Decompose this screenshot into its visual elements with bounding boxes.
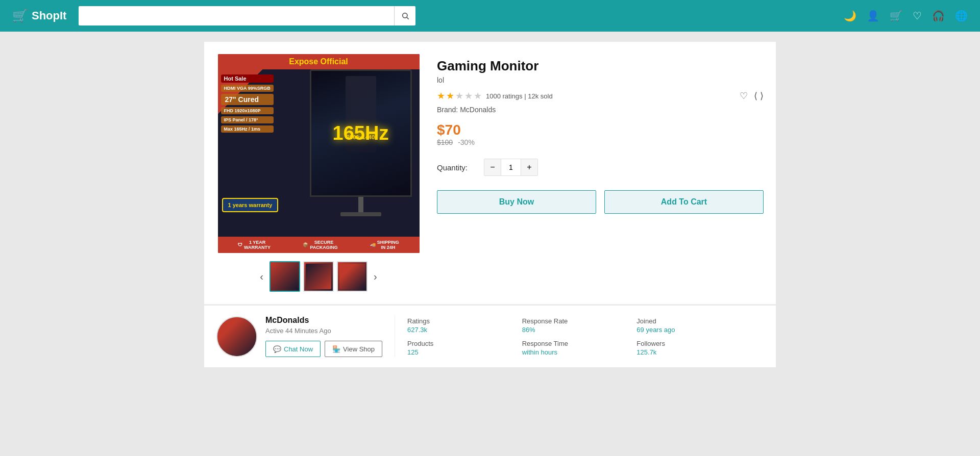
- quantity-controls: − +: [484, 159, 538, 176]
- action-buttons: Buy Now Add To Cart: [437, 190, 764, 214]
- search-input[interactable]: [79, 6, 394, 26]
- wishlist-button[interactable]: ♡: [740, 90, 748, 102]
- stat-joined-label: Joined: [636, 317, 751, 325]
- logo-text: ShopIt: [32, 9, 66, 22]
- thumbnail-row: ‹ ›: [257, 261, 380, 292]
- seller-active-status: Active 44 Minutes Ago: [265, 327, 382, 335]
- quantity-increase-button[interactable]: +: [521, 159, 537, 175]
- cart-logo-icon: 🛒: [12, 9, 28, 23]
- section-divider: [204, 304, 776, 305]
- seller-profile: McDonalds Active 44 Minutes Ago 💬 Chat N…: [216, 316, 395, 357]
- view-shop-button[interactable]: 🏪 View Shop: [325, 341, 382, 357]
- star-2: ★: [446, 90, 454, 102]
- seller-stats: Ratings 627.3k Response Rate 86% Joined …: [395, 316, 764, 357]
- share-button[interactable]: ⟨ ⟩: [754, 90, 764, 102]
- product-title: Gaming Monitor: [437, 58, 764, 74]
- quantity-label: Quantity:: [437, 163, 478, 172]
- thumbnail-2[interactable]: [303, 261, 334, 292]
- image-bottom-strip: 🛡1 YEARWARRANTY 📦SECUREPACKAGING 🚚SHIPPI…: [218, 237, 420, 253]
- spec-badge-5: Max 165Hz / 1ms: [221, 125, 274, 133]
- monitor-res-text: 2560x1440: [333, 134, 389, 140]
- stat-joined: Joined 69 years ago: [636, 317, 751, 334]
- main-product-image: Expose Official Hot Sale HDMI VGA 99%SRG…: [218, 54, 420, 253]
- spec-badge-4: IPS Panel / 178°: [221, 116, 274, 123]
- stat-products: Products 125: [407, 340, 522, 356]
- product-image-banner: Expose Official: [218, 54, 420, 69]
- rating-row: ★ ★ ★ ★ ★ 1000 ratings | 12k sold ♡ ⟨ ⟩: [437, 90, 764, 102]
- product-image-section: Expose Official Hot Sale HDMI VGA 99%SRG…: [216, 54, 421, 292]
- stat-products-value: 125: [407, 348, 522, 356]
- seller-actions: 💬 Chat Now 🏪 View Shop: [265, 341, 382, 357]
- warranty-badge: 1 years warranty: [222, 198, 279, 212]
- moon-icon[interactable]: 🌙: [844, 10, 856, 22]
- product-card: Expose Official Hot Sale HDMI VGA 99%SRG…: [204, 42, 776, 304]
- shop-icon: 🏪: [332, 345, 340, 353]
- spec-badge-3: FHD 1920x1080P: [221, 107, 274, 114]
- cart-icon[interactable]: 🛒: [890, 10, 902, 22]
- thumbnail-3[interactable]: [337, 261, 368, 292]
- brand-text: Brand: McDonalds: [437, 106, 764, 114]
- globe-icon[interactable]: 🌐: [955, 10, 968, 22]
- seller-name: McDonalds: [265, 316, 382, 325]
- stat-response-rate: Response Rate 86%: [522, 317, 637, 334]
- seller-avatar-image: [217, 317, 256, 356]
- star-5: ★: [474, 90, 482, 102]
- strip-packaging: 📦SECUREPACKAGING: [303, 240, 337, 250]
- rating-actions: ♡ ⟨ ⟩: [740, 90, 764, 102]
- stat-response-time: Response Time within hours: [522, 340, 637, 356]
- quantity-decrease-button[interactable]: −: [484, 159, 501, 175]
- search-wrapper: [79, 6, 415, 26]
- stat-response-rate-value: 86%: [522, 326, 637, 334]
- header: 🛒 ShopIt 🌙 👤 🛒 ♡ 🎧 🌐: [0, 0, 980, 32]
- spec-badge-2: 27" Cured: [221, 94, 274, 105]
- strip-shipping: 🚚SHIPPINGIN 24H: [370, 240, 399, 250]
- star-3: ★: [455, 90, 463, 102]
- stat-ratings-value: 627.3k: [407, 326, 522, 334]
- headphones-icon[interactable]: 🎧: [932, 10, 945, 22]
- svg-line-1: [407, 17, 409, 19]
- quantity-input[interactable]: [501, 159, 521, 175]
- thumb-prev-button[interactable]: ‹: [257, 269, 266, 285]
- add-to-cart-button[interactable]: Add To Cart: [604, 190, 764, 214]
- stat-products-label: Products: [407, 340, 522, 347]
- seller-card: McDonalds Active 44 Minutes Ago 💬 Chat N…: [204, 306, 776, 367]
- buy-now-button[interactable]: Buy Now: [437, 190, 596, 214]
- ratings-count: 1000 ratings | 12k sold: [486, 92, 553, 100]
- product-info-section: Gaming Monitor lol ★ ★ ★ ★ ★ 1000 rating…: [437, 54, 764, 292]
- search-button[interactable]: [394, 6, 415, 26]
- star-1: ★: [437, 90, 445, 102]
- thumbnail-1[interactable]: [270, 261, 300, 292]
- product-subtitle: lol: [437, 76, 764, 84]
- monitor-base: [340, 212, 381, 216]
- spec-badge-1: HDMI VGA 99%SRGB: [221, 85, 274, 92]
- monitor-stand: [358, 197, 363, 212]
- thumb-next-button[interactable]: ›: [371, 269, 380, 285]
- hot-sale-badge: Hot Sale: [221, 74, 274, 83]
- strip-warranty: 🛡1 YEARWARRANTY: [238, 240, 271, 250]
- price-current: $70: [437, 122, 764, 138]
- seller-info: McDonalds Active 44 Minutes Ago 💬 Chat N…: [265, 316, 382, 357]
- stat-followers: Followers 125.7k: [636, 340, 751, 356]
- main-container: Expose Official Hot Sale HDMI VGA 99%SRG…: [204, 32, 776, 377]
- price-row: $100 -30%: [437, 138, 764, 146]
- heart-icon[interactable]: ♡: [913, 10, 922, 22]
- svg-point-0: [403, 13, 407, 18]
- stat-joined-value: 69 years ago: [636, 326, 751, 334]
- monitor-hz-text: 165Hz: [333, 122, 389, 144]
- logo[interactable]: 🛒 ShopIt: [12, 9, 66, 23]
- chat-now-button[interactable]: 💬 Chat Now: [265, 341, 321, 357]
- price-discount: -30%: [458, 138, 475, 146]
- price-original: $100: [437, 138, 453, 146]
- stat-followers-value: 125.7k: [636, 348, 751, 356]
- product-specs-left: Hot Sale HDMI VGA 99%SRGB 27" Cured FHD …: [221, 74, 274, 133]
- seller-avatar: [216, 316, 257, 357]
- stat-response-time-value: within hours: [522, 348, 637, 356]
- monitor-visual: 165Hz 2560x1440: [307, 69, 414, 227]
- star-4: ★: [464, 90, 473, 102]
- user-icon[interactable]: 👤: [867, 10, 879, 22]
- stat-ratings-label: Ratings: [407, 317, 522, 325]
- chat-icon: 💬: [273, 345, 281, 353]
- stat-response-rate-label: Response Rate: [522, 317, 637, 325]
- stat-response-time-label: Response Time: [522, 340, 637, 347]
- star-rating: ★ ★ ★ ★ ★: [437, 90, 482, 102]
